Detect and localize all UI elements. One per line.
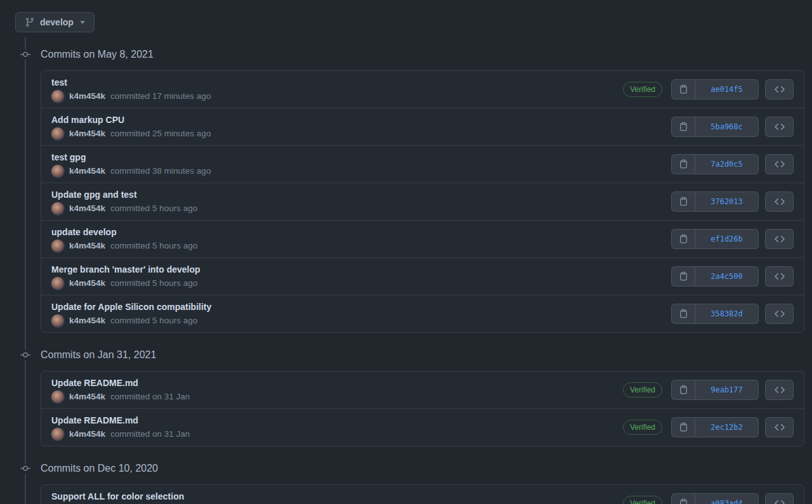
commit-title-link[interactable]: Merge branch 'master' into develop	[51, 263, 200, 276]
verified-badge[interactable]: Verified	[623, 496, 662, 504]
commit-author-link[interactable]: k4m454k	[69, 277, 105, 290]
commit-main: test gpgk4m454kcommitted 38 minutes ago	[51, 151, 211, 178]
browse-code-button[interactable]	[765, 191, 794, 212]
commit-row: Update README.mdk4m454kcommitted on 31 J…	[41, 408, 804, 446]
browse-code-button[interactable]	[765, 229, 794, 249]
commit-title-link[interactable]: Add markup CPU	[51, 113, 211, 126]
commit-sha-link[interactable]: 2ec12b2	[695, 418, 758, 437]
avatar[interactable]	[51, 240, 64, 252]
commit-author-link[interactable]: k4m454k	[69, 165, 105, 178]
sha-button-group: 2ec12b2	[671, 417, 759, 437]
commit-author-link[interactable]: k4m454k	[69, 428, 105, 441]
git-branch-icon	[25, 17, 35, 27]
commit-row-actions: 7a2d0c5	[671, 154, 794, 174]
commit-author-line: k4m454kcommitted on 31 Jan	[51, 428, 190, 441]
commit-sha-link[interactable]: 3762013	[695, 192, 758, 211]
avatar[interactable]	[51, 90, 64, 103]
browse-code-button[interactable]	[765, 79, 794, 100]
commit-title-link[interactable]: Update README.md	[51, 377, 190, 389]
browse-code-button[interactable]	[765, 417, 794, 437]
commit-date-heading: Commits on Dec 10, 2020	[15, 462, 804, 475]
commit-author-link[interactable]: k4m454k	[69, 90, 105, 103]
commit-author-line: k4m454kcommitted 5 hours ago	[51, 240, 197, 252]
verified-badge[interactable]: Verified	[623, 382, 662, 397]
commit-author-line: k4m454kcommitted 17 minutes ago	[51, 90, 211, 103]
commit-list-card: testk4m454kcommitted 17 minutes agoVerif…	[41, 70, 804, 333]
commit-sha-link[interactable]: 2a4c500	[695, 267, 758, 286]
commit-sha-link[interactable]: ae014f5	[695, 80, 758, 99]
browse-code-button[interactable]	[765, 304, 794, 324]
avatar[interactable]	[51, 202, 64, 215]
commit-list-card: Support ALL for color selectionVerifieda…	[41, 484, 804, 504]
copy-sha-button[interactable]	[672, 80, 695, 99]
commit-sha-link[interactable]: 9eab177	[695, 380, 758, 399]
avatar[interactable]	[51, 391, 64, 403]
commit-date-heading-text: Commits on Jan 31, 2021	[41, 349, 156, 360]
browse-code-button[interactable]	[765, 493, 794, 504]
sha-button-group: 3762013	[671, 191, 759, 212]
copy-sha-button[interactable]	[672, 380, 695, 399]
sha-button-group: 5ba968c	[671, 117, 759, 137]
commit-title-link[interactable]: test gpg	[51, 151, 211, 164]
commit-author-link[interactable]: k4m454k	[69, 127, 105, 140]
commit-row-actions: 358382d	[671, 304, 794, 324]
commit-meta: committed on 31 Jan	[110, 428, 190, 441]
copy-sha-button[interactable]	[672, 192, 695, 211]
commit-title-link[interactable]: Update README.md	[51, 414, 190, 427]
copy-sha-button[interactable]	[672, 155, 695, 174]
browse-code-button[interactable]	[765, 117, 794, 137]
commit-author-line: k4m454kcommitted 5 hours ago	[51, 314, 211, 327]
branch-selector-label: develop	[40, 17, 74, 27]
commit-author-line: k4m454kcommitted 5 hours ago	[51, 202, 197, 215]
copy-sha-button[interactable]	[672, 304, 695, 323]
commit-row: testk4m454kcommitted 17 minutes agoVerif…	[41, 71, 804, 108]
browse-code-button[interactable]	[765, 154, 794, 174]
browse-code-button[interactable]	[765, 380, 794, 400]
commit-main: Add markup CPUk4m454kcommitted 25 minute…	[51, 113, 211, 140]
commit-sha-link[interactable]: a083ad4	[695, 494, 758, 504]
commit-sha-link[interactable]: ef1d26b	[695, 229, 758, 249]
commit-sha-link[interactable]: 5ba968c	[695, 117, 758, 136]
avatar[interactable]	[51, 127, 64, 140]
commit-date-heading: Commits on May 8, 2021	[15, 48, 804, 61]
copy-sha-button[interactable]	[672, 117, 695, 136]
avatar[interactable]	[51, 314, 64, 327]
clipboard-icon	[679, 159, 688, 169]
code-icon	[775, 159, 785, 169]
git-commit-icon	[19, 49, 32, 60]
verified-badge[interactable]: Verified	[623, 420, 662, 435]
verified-badge[interactable]: Verified	[623, 82, 662, 97]
browse-code-button[interactable]	[765, 266, 794, 287]
branch-selector-button[interactable]: develop	[15, 12, 95, 32]
commit-author-link[interactable]: k4m454k	[69, 240, 105, 252]
commit-author-link[interactable]: k4m454k	[69, 202, 105, 215]
commit-title-link[interactable]: Update gpg and test	[51, 188, 197, 201]
commit-title-link[interactable]: Support ALL for color selection	[51, 490, 184, 503]
commit-main: Update README.mdk4m454kcommitted on 31 J…	[51, 414, 190, 441]
commit-author-link[interactable]: k4m454k	[69, 314, 105, 327]
clipboard-icon	[679, 271, 688, 281]
commit-sha-link[interactable]: 7a2d0c5	[695, 155, 758, 174]
avatar[interactable]	[51, 428, 64, 441]
code-icon	[775, 309, 785, 319]
commit-author-line: k4m454kcommitted 5 hours ago	[51, 277, 200, 290]
commit-main: Update gpg and testk4m454kcommitted 5 ho…	[51, 188, 197, 215]
commit-title-link[interactable]: test	[51, 76, 211, 89]
sha-button-group: a083ad4	[671, 493, 759, 504]
copy-sha-button[interactable]	[672, 418, 695, 437]
commit-meta: committed 5 hours ago	[110, 314, 197, 327]
clipboard-icon	[679, 122, 688, 132]
avatar[interactable]	[51, 277, 64, 290]
commit-row: Add markup CPUk4m454kcommitted 25 minute…	[41, 108, 804, 145]
code-icon	[775, 498, 785, 504]
avatar[interactable]	[51, 165, 64, 178]
copy-sha-button[interactable]	[672, 267, 695, 286]
commit-groups: Commits on May 8, 2021testk4m454kcommitt…	[15, 48, 804, 504]
commit-title-link[interactable]: update develop	[51, 226, 197, 238]
commit-title-link[interactable]: Update for Apple Silicon compatibility	[51, 300, 211, 313]
copy-sha-button[interactable]	[672, 229, 695, 249]
commit-author-link[interactable]: k4m454k	[69, 391, 105, 403]
commit-sha-link[interactable]: 358382d	[695, 304, 758, 323]
copy-sha-button[interactable]	[672, 494, 695, 504]
code-icon	[775, 271, 785, 281]
